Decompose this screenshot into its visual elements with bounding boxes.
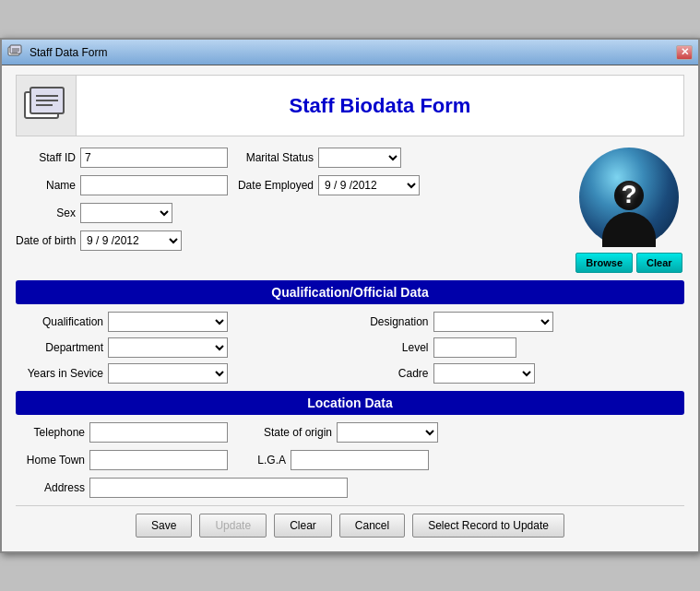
cadre-select[interactable]: SeniorJuniorExecutive — [433, 363, 535, 384]
designation-label: Designation — [355, 315, 429, 328]
qualification-section-body: Qualification BScMScPhDHNDOND Designatio… — [16, 312, 684, 384]
row-dob: Date of birth 9 / 9 /2012 — [16, 230, 564, 251]
location-row2: Home Town L.G.A — [20, 450, 680, 470]
dob-label: Date of birth — [16, 234, 76, 247]
qualification-section: Qualification/Official Data Qualificatio… — [16, 280, 684, 384]
logo-icon — [23, 83, 69, 129]
row-sex: Sex Male Female — [16, 203, 564, 223]
cadre-group: Cadre SeniorJuniorExecutive — [355, 363, 681, 384]
state-origin-select[interactable]: LagosAbujaKanoRivers — [337, 422, 438, 443]
clear-button[interactable]: Clear — [274, 514, 332, 538]
location-row1: Telephone State of origin LagosAbujaKano… — [20, 422, 680, 443]
staff-id-input[interactable] — [80, 148, 228, 168]
date-employed-label: Date Employed — [235, 179, 314, 192]
silhouette-body — [602, 212, 656, 247]
photo-clear-button[interactable]: Clear — [636, 253, 682, 273]
years-service-label: Years in Sevice — [20, 367, 103, 380]
window-title: Staff Data Form — [30, 46, 107, 59]
state-origin-group: State of origin LagosAbujaKanoRivers — [254, 422, 438, 443]
main-form-area: Staff ID Marital Status Single Married D… — [16, 148, 684, 273]
address-group: Address — [20, 478, 348, 498]
lga-input[interactable] — [291, 450, 429, 470]
photo-display: ? — [579, 148, 679, 247]
qualification-section-header: Qualification/Official Data — [16, 280, 684, 304]
department-select[interactable]: HRFinanceICTAdmin — [108, 337, 228, 358]
photo-area: ? Browse Clear — [574, 148, 684, 273]
name-group: Name — [16, 175, 228, 195]
sex-label: Sex — [16, 207, 76, 219]
level-group: Level — [355, 337, 681, 358]
address-input[interactable] — [89, 478, 348, 498]
marital-status-group: Marital Status Single Married Divorced W… — [235, 148, 401, 168]
state-origin-label: State of origin — [254, 426, 332, 439]
qualification-select[interactable]: BScMScPhDHNDOND — [108, 312, 228, 332]
telephone-input[interactable] — [89, 422, 228, 443]
row-name-date-employed: Name Date Employed 9 / 9 /2012 — [16, 175, 564, 195]
level-label: Level — [355, 341, 429, 354]
years-service-select[interactable]: 12510 — [108, 363, 228, 384]
sex-group: Sex Male Female — [16, 203, 172, 223]
years-service-group: Years in Sevice 12510 — [20, 363, 346, 384]
cadre-label: Cadre — [355, 367, 429, 380]
sex-select[interactable]: Male Female — [80, 203, 172, 223]
marital-status-select[interactable]: Single Married Divorced Widowed — [318, 148, 401, 168]
dob-group: Date of birth 9 / 9 /2012 — [16, 230, 182, 251]
form-title: Staff Biodata Form — [290, 94, 471, 118]
app-icon — [7, 44, 24, 61]
hometown-input[interactable] — [89, 450, 228, 470]
telephone-group: Telephone — [20, 422, 228, 443]
save-button[interactable]: Save — [136, 514, 192, 538]
update-button[interactable]: Update — [199, 514, 267, 538]
form-header: Staff Biodata Form — [16, 75, 684, 136]
titlebar: Staff Data Form ✕ — [2, 40, 698, 65]
designation-select[interactable]: ManagerOfficerDirector — [433, 312, 553, 332]
marital-status-label: Marital Status — [235, 151, 314, 164]
personal-fields: Staff ID Marital Status Single Married D… — [16, 148, 564, 273]
photo-button-group: Browse Clear — [575, 253, 682, 273]
select-record-button[interactable]: Select Record to Update — [412, 514, 564, 538]
name-label: Name — [16, 179, 76, 192]
question-mark-icon: ? — [621, 180, 636, 209]
header-logo — [17, 76, 77, 136]
dob-select[interactable]: 9 / 9 /2012 — [80, 230, 182, 251]
name-input[interactable] — [80, 175, 228, 195]
form-content: Staff Biodata Form Staff ID Marital Stat… — [2, 65, 698, 551]
cancel-button[interactable]: Cancel — [339, 514, 405, 538]
department-group: Department HRFinanceICTAdmin — [20, 337, 346, 358]
level-input[interactable] — [433, 337, 516, 358]
address-label: Address — [20, 481, 85, 494]
telephone-label: Telephone — [20, 426, 85, 439]
bottom-button-bar: Save Update Clear Cancel Select Record t… — [16, 505, 684, 542]
qualification-label: Qualification — [20, 315, 103, 328]
hometown-group: Home Town — [20, 450, 228, 470]
date-employed-select[interactable]: 9 / 9 /2012 — [318, 175, 420, 195]
lga-group: L.G.A — [254, 450, 429, 470]
qualification-grid: Qualification BScMScPhDHNDOND Designatio… — [20, 312, 680, 384]
titlebar-left: Staff Data Form — [7, 44, 107, 61]
browse-button[interactable]: Browse — [575, 253, 633, 273]
hometown-label: Home Town — [20, 454, 85, 467]
row-staff-id-marital: Staff ID Marital Status Single Married D… — [16, 148, 564, 168]
department-label: Department — [20, 341, 103, 354]
location-section: Location Data Telephone State of origin … — [16, 391, 684, 498]
qualification-group: Qualification BScMScPhDHNDOND — [20, 312, 346, 332]
staff-id-group: Staff ID — [16, 148, 228, 168]
designation-group: Designation ManagerOfficerDirector — [355, 312, 681, 332]
staff-id-label: Staff ID — [16, 151, 76, 164]
date-employed-group: Date Employed 9 / 9 /2012 — [235, 175, 420, 195]
location-section-body: Telephone State of origin LagosAbujaKano… — [16, 422, 684, 498]
location-section-header: Location Data — [16, 391, 684, 415]
header-title-area: Staff Biodata Form — [77, 76, 683, 136]
lga-label: L.G.A — [254, 454, 286, 467]
location-row3: Address — [20, 478, 680, 498]
close-button[interactable]: ✕ — [676, 45, 693, 60]
main-window: Staff Data Form ✕ Staff Biodata Form — [0, 38, 700, 553]
